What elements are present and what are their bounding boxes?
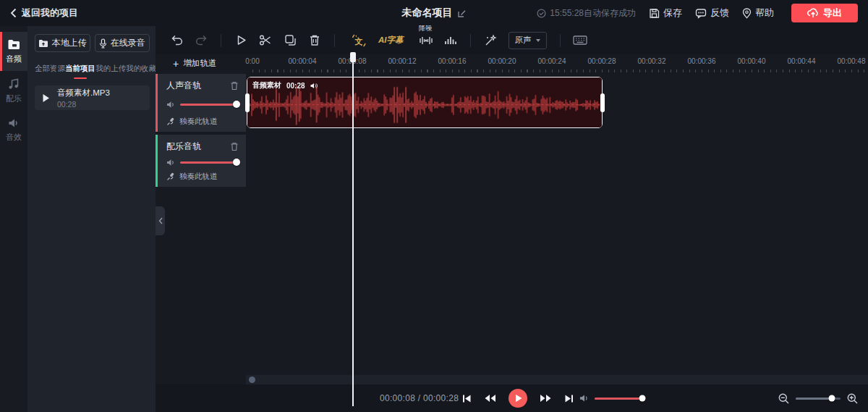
shortcut-keyboard-button[interactable] [569, 30, 591, 51]
ruler-label: 00:00:32 [638, 57, 666, 65]
play-icon [515, 394, 522, 403]
volume-icon [166, 159, 175, 167]
trash-icon [309, 34, 320, 46]
toolbar-separator [560, 34, 561, 47]
back-chevron-icon [10, 8, 17, 18]
ruler-label: 00:00:36 [688, 57, 716, 65]
tab-all-resources[interactable]: 全部资源 [35, 64, 65, 79]
zoom-out-button[interactable] [778, 393, 789, 404]
music-track-header[interactable]: 配乐音轨 独奏此轨道 [156, 135, 246, 187]
play-file-icon[interactable] [42, 93, 50, 103]
music-track-name: 配乐音轨 [166, 140, 201, 153]
online-record-button[interactable]: 在线录音 [95, 34, 150, 52]
vocal-track-header[interactable]: 人声音轨 独奏此轨道 [156, 74, 246, 132]
redo-button[interactable] [190, 30, 212, 51]
tab-current-project[interactable]: 当前项目 [65, 64, 95, 79]
file-duration: 00:28 [57, 100, 110, 109]
save-icon [649, 8, 660, 19]
preview-play-button[interactable] [230, 30, 252, 51]
equalizer-button[interactable] [440, 30, 461, 51]
rail-item-audio[interactable]: 音频 [0, 32, 27, 71]
help-icon [742, 8, 752, 19]
playhead-handle[interactable] [350, 52, 356, 62]
play-button[interactable] [509, 389, 527, 408]
music-track-lane[interactable] [246, 135, 868, 187]
vocal-track-lane[interactable]: 音频素材 00:28 [246, 74, 868, 132]
skip-end-button[interactable] [564, 394, 574, 403]
scissors-icon [259, 34, 272, 46]
undo-icon [170, 34, 184, 46]
rail-item-sfx[interactable]: 音效 [0, 111, 27, 149]
skip-start-button[interactable] [462, 394, 472, 403]
audio-clip[interactable]: 音频素材 00:28 [247, 77, 603, 128]
time-ruler[interactable]: 0:0000:00:0400:00:0800:00:1200:00:1600:0… [246, 54, 868, 72]
cut-button[interactable] [255, 30, 276, 51]
check-circle-icon [537, 9, 546, 18]
local-upload-button[interactable]: 本地上传 [35, 34, 90, 52]
denoise-label: 降噪 [419, 24, 433, 33]
delete-button[interactable] [304, 30, 326, 51]
ruler-label: 00:00:24 [538, 57, 566, 65]
clip-trim-handle-right[interactable] [600, 93, 605, 112]
ai-subtitle-button[interactable]: AI字幕 [373, 30, 409, 51]
save-button[interactable]: 保存 [649, 7, 682, 20]
left-rail: 音频 配乐 音效 [0, 26, 27, 412]
export-button[interactable]: 导出 [791, 4, 858, 22]
toolbar-separator [334, 34, 335, 47]
text-to-speech-button[interactable]: 文 [348, 30, 370, 51]
svg-text:文: 文 [354, 36, 363, 45]
playhead[interactable] [352, 54, 354, 406]
project-title[interactable]: 未命名项目 [402, 7, 453, 20]
rewind-button[interactable] [484, 394, 496, 403]
ruler-label: 00:00:40 [738, 57, 766, 65]
ruler-label: 0:00 [245, 57, 259, 65]
vocal-volume-slider[interactable] [180, 104, 239, 106]
delete-track-icon[interactable] [230, 142, 239, 151]
master-volume-slider[interactable] [595, 398, 644, 400]
rail-item-music[interactable]: 配乐 [0, 71, 27, 111]
collapse-panel-button[interactable] [156, 206, 165, 235]
add-track-button[interactable]: + 增加轨道 [156, 54, 246, 72]
edit-title-icon[interactable] [457, 9, 467, 18]
help-button[interactable]: 帮助 [742, 7, 774, 20]
ruler-label: 00:00:28 [588, 57, 616, 65]
delete-track-icon[interactable] [230, 81, 239, 91]
copy-icon [284, 34, 297, 46]
magic-wand-button[interactable] [480, 30, 501, 51]
vocal-solo-button[interactable]: 独奏此轨道 [166, 117, 239, 127]
resource-panel: 本地上传 在线录音 全部资源 当前项目 我的上传 我的收藏 音频素材.MP3 0… [27, 26, 156, 412]
music-volume-slider[interactable] [180, 161, 239, 164]
scrollbar-handle[interactable] [249, 377, 255, 383]
keyboard-icon [573, 35, 587, 45]
ruler-label: 00:00:04 [289, 57, 317, 65]
tab-my-uploads[interactable]: 我的上传 [95, 64, 126, 79]
magic-wand-icon [484, 34, 497, 47]
solo-mic-icon [166, 117, 175, 126]
clip-trim-handle-left[interactable] [245, 93, 250, 112]
music-track-row: 配乐音轨 独奏此轨道 [156, 135, 868, 187]
music-solo-button[interactable]: 独奏此轨道 [166, 172, 239, 182]
copy-button[interactable] [279, 30, 301, 51]
master-volume [579, 384, 644, 412]
feedback-icon [695, 8, 707, 19]
denoise-button[interactable]: 降噪 [415, 30, 437, 51]
feedback-button[interactable]: 反馈 [695, 7, 729, 20]
tab-my-favorites[interactable]: 我的收藏 [126, 64, 156, 79]
back-button[interactable]: 返回我的项目 [0, 7, 78, 20]
play-outline-icon [235, 34, 247, 46]
ruler-label: 00:00:12 [388, 57, 417, 65]
fast-forward-button[interactable] [540, 394, 552, 403]
export-upload-icon [807, 8, 819, 18]
undo-button[interactable] [166, 30, 187, 51]
app-window: 返回我的项目 未命名项目 15:55:28自动保存成功 保存 反馈 帮助 [0, 0, 868, 412]
timeline-zoom [778, 384, 858, 412]
clip-name: 音频素材 [252, 80, 281, 91]
chevron-down-icon [536, 39, 540, 42]
original-voice-dropdown[interactable]: 原声 [509, 32, 547, 49]
zoom-in-button[interactable] [847, 393, 858, 404]
audio-file-item[interactable]: 音频素材.MP3 00:28 [35, 85, 150, 110]
resource-tabs: 全部资源 当前项目 我的上传 我的收藏 [35, 64, 150, 79]
collapse-chevron-icon [158, 217, 163, 224]
zoom-slider[interactable] [796, 398, 841, 400]
topbar-actions: 15:55:28自动保存成功 保存 反馈 帮助 导出 [537, 4, 868, 22]
